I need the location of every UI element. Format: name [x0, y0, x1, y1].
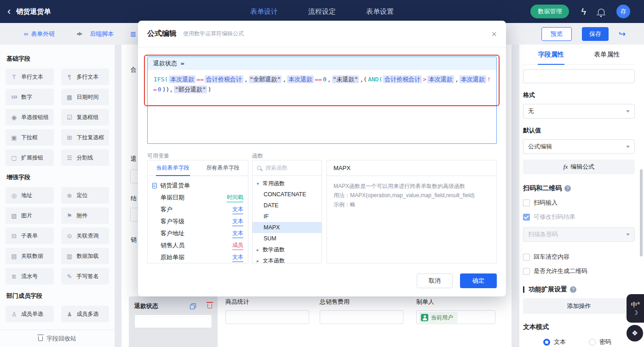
serial-number-icon: ≣ [10, 273, 18, 280]
radio-icon[interactable] [589, 339, 596, 346]
formula-token: ,( [360, 76, 367, 83]
variable-row[interactable]: 单据日期时间戳 [152, 192, 243, 204]
save-button[interactable]: 保存 [582, 27, 609, 41]
data-manage-button[interactable]: 数据管理 [530, 5, 569, 18]
group-text-functions[interactable]: ▸文本函数 [253, 255, 322, 263]
tab-current-form-fields[interactable]: 当前表单字段 [148, 160, 198, 176]
variable-row[interactable]: 客户等级文本 [152, 216, 243, 228]
field-button-signature[interactable]: ✎手写签名 [61, 268, 109, 284]
cancel-button[interactable]: 取消 [417, 273, 453, 288]
enter-clear-checkbox[interactable] [523, 254, 530, 261]
function-item-mapx[interactable]: MAPX [253, 222, 322, 233]
refund-status-field-selected[interactable]: 退款状态 [129, 296, 218, 347]
form-node[interactable]: 销货退货单 [152, 180, 243, 192]
tab-flow-settings[interactable]: 流程设定 [308, 7, 336, 16]
field-button-data-load[interactable]: ▥数据加载 [61, 248, 109, 264]
tab-field-properties[interactable]: 字段属性 [523, 45, 579, 64]
field-button-multi-line-text[interactable]: ¶多行文本 [61, 68, 109, 85]
function-search-input[interactable] [264, 164, 310, 171]
allow-qrcode-checkbox-row[interactable]: 是否允许生成二维码 [523, 267, 635, 275]
variable-row[interactable]: 客户文本 [152, 204, 243, 216]
delete-icon[interactable] [207, 304, 212, 308]
form-external-link[interactable]: ∞ 表单外链 [24, 24, 55, 44]
variable-row[interactable]: 客户地址文本 [152, 228, 243, 239]
puzzle-widget[interactable]: ❖ [627, 325, 643, 341]
field-button-serial-number[interactable]: ≣流水号 [6, 268, 54, 284]
text-mode-password-option[interactable]: 密码 [589, 338, 611, 346]
tab-form-settings[interactable]: 表单设置 [366, 7, 394, 16]
field-button-dropdown-multi[interactable]: ⊞下拉复选框 [61, 129, 109, 146]
type-badge: 文本 [232, 229, 243, 238]
total-sales-cost-input[interactable] [320, 310, 403, 324]
creator-input[interactable]: 当前用户 [416, 310, 495, 324]
scan-input-checkbox-row[interactable]: 扫码输入 [523, 199, 635, 207]
formula-token: == [315, 76, 322, 83]
field-button-member-multi[interactable]: ♟成员多选 [61, 306, 109, 322]
field-button-extend-button[interactable]: ▢扩展按钮 [6, 149, 54, 166]
function-item-sum[interactable]: SUM [253, 233, 322, 244]
variable-row[interactable]: 销售人员成员 [152, 239, 243, 251]
field-button-location[interactable]: ⊕定位 [61, 187, 109, 204]
field-button-number[interactable]: 123数字 [6, 89, 54, 105]
flash-icon[interactable]: ϟ [581, 6, 586, 17]
field-button-linked-query[interactable]: ⊙关联查询 [61, 228, 109, 244]
format-select[interactable]: 无 [523, 104, 635, 119]
confirm-button[interactable]: 确定 [460, 273, 497, 288]
field-button-radio-group[interactable]: ◉单选按钮组 [6, 109, 54, 125]
total-sales-cost-field[interactable]: 总销售费用 [320, 298, 403, 324]
function-item-if[interactable]: IF [253, 211, 322, 222]
field-top-input[interactable] [523, 69, 635, 83]
formula-code[interactable]: IFS(本次退款==合计价税合计,"全部退款",本次退款==0,"未退款",(A… [148, 70, 496, 99]
field-button-divider[interactable]: ☰分割线 [61, 149, 109, 166]
close-icon[interactable]: × [491, 29, 497, 39]
preview-button[interactable]: 预览 [541, 27, 572, 41]
back-icon[interactable]: ‹ [7, 6, 11, 17]
tab-all-form-fields[interactable]: 所有表单字段 [198, 160, 248, 176]
tab-form-design[interactable]: 表单设计 [250, 7, 278, 16]
radio-selected-icon[interactable] [543, 339, 550, 346]
formula-editor[interactable]: 退款状态 = IFS(本次退款==合计价税合计,"全部退款",本次退款==0,"… [147, 57, 497, 144]
field-button-dropdown[interactable]: ▣下拉框 [6, 129, 54, 146]
function-search[interactable] [253, 160, 322, 176]
field-button-image[interactable]: ▧图片 [6, 207, 54, 224]
edit-formula-button[interactable]: fx 编辑公式 [523, 159, 635, 174]
product-stats-field[interactable]: 商品统计 [225, 298, 309, 324]
function-item-concatenate[interactable]: CONCATENATE [253, 189, 322, 200]
product-stats-input[interactable] [225, 310, 309, 324]
avatar[interactable]: 存 [616, 5, 630, 18]
copy-icon[interactable] [190, 303, 196, 309]
translate-widget[interactable]: 中a ☽ [627, 294, 644, 323]
field-button-single-line-text[interactable]: T单行文本 [6, 68, 54, 85]
allow-qrcode-checkbox[interactable] [523, 268, 530, 275]
help-icon[interactable]: ? [564, 185, 571, 192]
field-button-address[interactable]: ◎地址 [6, 187, 54, 204]
description-body: MAPX函数是一个可以用来进行跨表单取数的高级函数 用法：MAPX(operat… [327, 176, 496, 215]
bell-icon[interactable] [598, 9, 604, 14]
enter-clear-checkbox-row[interactable]: 回车清空内容 [523, 253, 635, 261]
editable-scan-result-checkbox-row[interactable]: 可修改扫码结果 [523, 213, 635, 221]
group-math-functions[interactable]: ▸数学函数 [253, 244, 322, 255]
scan-type-select[interactable]: 扫描条形码 [523, 227, 635, 242]
group-common-functions[interactable]: ▾常用函数 [253, 178, 322, 189]
add-operation-button[interactable]: 添加操作 [523, 298, 635, 314]
help-icon[interactable]: ? [570, 286, 576, 293]
field-button-checkbox-group[interactable]: ☑复选框组 [61, 109, 109, 125]
share-icon[interactable]: ↪ [619, 29, 626, 39]
field-button-linked-data[interactable]: ▤关联数据 [6, 248, 54, 264]
field-recycle-bin[interactable]: 字段回收站 [0, 330, 115, 347]
backend-script-link[interactable]: </> 后端脚本 [71, 24, 114, 44]
tab-form-properties[interactable]: 表单属性 [579, 45, 635, 64]
text-mode-text-option[interactable]: 文本 [543, 338, 566, 346]
editable-scan-result-checkbox[interactable] [523, 214, 530, 221]
creator-field[interactable]: 制单人 当前用户 [416, 298, 495, 324]
field-button-subform[interactable]: ⊟子表单 [6, 228, 54, 244]
default-value-select[interactable]: 公式编辑 [523, 139, 635, 154]
refund-field-input[interactable] [134, 314, 212, 328]
scan-input-checkbox[interactable] [523, 199, 530, 206]
field-button-datetime[interactable]: ▦日期时间 [61, 89, 109, 105]
panel-scrollbar[interactable] [640, 169, 643, 256]
function-item-date[interactable]: DATE [253, 200, 322, 211]
variable-row[interactable]: 原始单据文本 [152, 251, 243, 263]
field-button-member-single[interactable]: ♙成员单选 [6, 306, 54, 322]
field-button-attachment[interactable]: ⚑附件 [61, 207, 109, 224]
